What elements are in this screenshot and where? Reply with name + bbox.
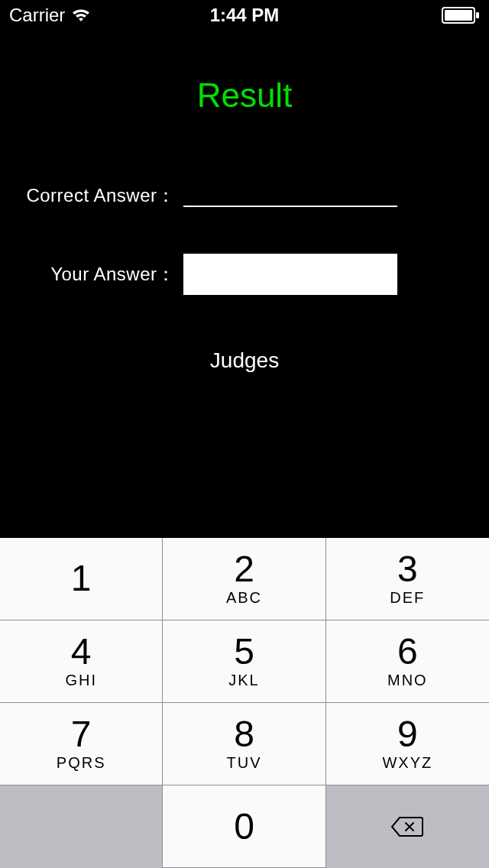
keypad-key-9[interactable]: 9 WXYZ: [326, 703, 489, 785]
key-digit: 7: [71, 716, 92, 753]
key-letters: JKL: [228, 672, 259, 689]
key-letters: TUV: [226, 754, 261, 772]
keypad-delete-button[interactable]: [326, 785, 489, 868]
keypad-key-0[interactable]: 0: [163, 785, 325, 868]
correct-answer-label: Correct Answer：: [23, 183, 176, 208]
keypad-key-6[interactable]: 6 MNO: [326, 620, 489, 703]
your-answer-row: Your Answer：: [0, 254, 489, 295]
key-letters: DEF: [390, 589, 425, 607]
key-digit: 9: [397, 716, 418, 753]
keypad-key-1[interactable]: 1: [0, 538, 163, 620]
judges-button[interactable]: Judges: [210, 348, 279, 373]
keypad-key-5[interactable]: 5 JKL: [163, 620, 325, 703]
carrier-label: Carrier: [9, 5, 65, 26]
key-digit: 5: [234, 633, 254, 670]
key-digit: 6: [397, 633, 418, 670]
page-title: Result: [0, 76, 489, 115]
content: Result Correct Answer： Your Answer： Judg…: [0, 31, 489, 373]
keypad-key-8[interactable]: 8 TUV: [163, 703, 325, 785]
keypad-blank: [0, 785, 163, 868]
status-right: [442, 7, 480, 24]
key-letters: MNO: [387, 672, 428, 689]
keypad-key-7[interactable]: 7 PQRS: [0, 703, 163, 785]
key-letters: GHI: [65, 672, 97, 689]
battery-icon: [442, 7, 480, 24]
status-bar: Carrier 1:44 PM: [0, 0, 489, 31]
backspace-icon: [390, 815, 424, 839]
key-letters: ABC: [226, 589, 262, 607]
key-digit: 3: [397, 551, 418, 588]
key-digit: 8: [234, 716, 254, 753]
key-letters: PQRS: [57, 754, 106, 772]
key-digit: 0: [234, 808, 254, 845]
correct-answer-row: Correct Answer：: [0, 183, 489, 208]
status-time: 1:44 PM: [210, 5, 280, 26]
key-letters: WXYZ: [382, 754, 432, 772]
key-digit: 2: [234, 551, 254, 588]
numeric-keypad: 1 2 ABC 3 DEF 4 GHI 5 JKL 6 MNO 7 PQRS 8…: [0, 538, 489, 868]
key-digit: 1: [71, 560, 92, 597]
keypad-key-4[interactable]: 4 GHI: [0, 620, 163, 703]
status-left: Carrier: [9, 5, 91, 26]
svg-rect-1: [445, 10, 472, 21]
keypad-key-2[interactable]: 2 ABC: [163, 538, 325, 620]
svg-rect-2: [476, 12, 479, 18]
key-digit: 4: [71, 633, 92, 670]
your-answer-label: Your Answer：: [23, 262, 176, 287]
correct-answer-value: [183, 184, 397, 207]
your-answer-input[interactable]: [183, 254, 397, 295]
keypad-key-3[interactable]: 3 DEF: [326, 538, 489, 620]
wifi-icon: [71, 8, 91, 23]
